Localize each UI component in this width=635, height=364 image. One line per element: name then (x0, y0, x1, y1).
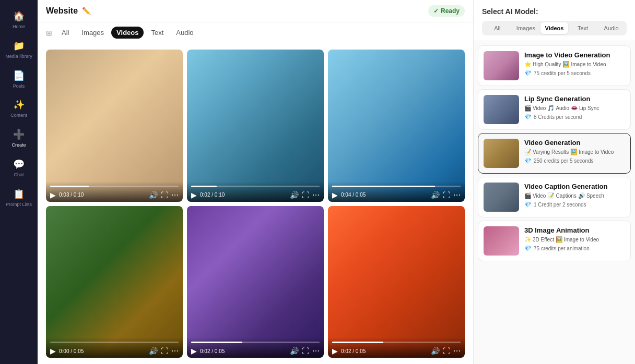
video-card[interactable]: ▶ 0:02 / 0:05 🔊 ⛶ ⋯ (328, 206, 465, 358)
fullscreen-button[interactable]: ⛶ (161, 347, 168, 355)
progress-fill (191, 186, 217, 187)
controls-row: ▶ 0:02 / 0:05 🔊 ⛶ ⋯ (332, 347, 461, 355)
mute-button[interactable]: 🔊 (431, 191, 440, 199)
video-card[interactable]: ▶ 0:02 / 0:10 🔊 ⛶ ⋯ (187, 50, 324, 202)
progress-bar[interactable] (50, 342, 179, 343)
model-tags: ⭐ High Quality 🖼️ Image to Video (524, 61, 625, 68)
filter-tab-videos[interactable]: Videos (111, 27, 144, 39)
model-list: Image to Video Generation ⭐ High Quality… (474, 41, 635, 364)
sidebar-item-create[interactable]: ➕ Create (2, 125, 36, 152)
mute-button[interactable]: 🔊 (290, 191, 299, 199)
tag-icon: 👄 (571, 105, 578, 112)
play-button[interactable]: ▶ (332, 191, 338, 199)
sidebar: 🏠 Home 📁 Media library 📄 Posts ✨ Content… (0, 0, 38, 364)
play-button[interactable]: ▶ (191, 191, 197, 199)
sidebar-item-content[interactable]: ✨ Content (2, 95, 36, 123)
controls-left: ▶ 0:02 / 0:05 (191, 347, 225, 355)
controls-right: 🔊 ⛶ ⋯ (290, 347, 320, 355)
mute-button[interactable]: 🔊 (290, 347, 299, 355)
chat-icon: 💬 (13, 159, 25, 170)
progress-bar[interactable] (50, 186, 179, 187)
filter-tab-images[interactable]: Images (76, 27, 109, 39)
model-card-3d-animation[interactable]: 3D Image Animation ✨ 3D Effect 🖼️ Image … (478, 221, 631, 261)
tag-icon: 📝 (524, 149, 532, 155)
more-button[interactable]: ⋯ (312, 191, 320, 199)
credits-label: 1 Credit per 2 seconds (534, 202, 586, 208)
model-thumbnail (484, 139, 519, 168)
sidebar-label-create: Create (11, 142, 26, 148)
progress-fill (332, 186, 435, 187)
credits-label: 75 credits per 5 seconds (534, 70, 591, 76)
controls-left: ▶ 0:03 / 0:10 (50, 191, 84, 199)
model-name: Video Caption Generation (524, 183, 625, 190)
video-card[interactable]: ▶ 0:04 / 0:05 🔊 ⛶ ⋯ (328, 50, 465, 202)
edit-icon[interactable]: ✏️ (82, 7, 91, 15)
sidebar-item-chat[interactable]: 💬 Chat (2, 154, 36, 182)
model-tag: 🎬 Video (524, 192, 546, 199)
credits-icon: 💎 (524, 245, 532, 252)
filter-tab-all[interactable]: All (56, 27, 74, 39)
progress-bar[interactable] (191, 342, 320, 343)
media-library-icon: 📁 (13, 40, 25, 52)
model-tab-all[interactable]: All (484, 22, 511, 34)
model-tab-videos[interactable]: Videos (540, 22, 568, 34)
tag-icon: 🎬 (524, 105, 532, 112)
play-button[interactable]: ▶ (332, 347, 338, 355)
model-card-lip-sync[interactable]: Lip Sync Generation 🎬 Video 🎵 Audio 👄 Li… (478, 89, 631, 130)
fullscreen-button[interactable]: ⛶ (443, 191, 450, 199)
video-card[interactable]: ▶ 0:00 / 0:05 🔊 ⛶ ⋯ (46, 206, 183, 358)
more-button[interactable]: ⋯ (171, 191, 179, 199)
controls-right: 🔊 ⛶ ⋯ (431, 347, 461, 355)
sidebar-item-home[interactable]: 🏠 Home (2, 6, 36, 34)
fullscreen-button[interactable]: ⛶ (161, 191, 168, 199)
model-tab-audio[interactable]: Audio (597, 22, 625, 34)
header: Website ✏️ ✓ Ready (38, 0, 473, 22)
progress-bar[interactable] (332, 342, 461, 343)
model-tag: ✨ 3D Effect (524, 236, 554, 243)
video-card[interactable]: ▶ 0:02 / 0:05 🔊 ⛶ ⋯ (187, 206, 324, 358)
tag-icon: 🎵 (547, 105, 555, 112)
sidebar-item-prompt-lists[interactable]: 📋 Prompt Lists (2, 184, 36, 212)
tag-label: Image to Video (564, 237, 599, 242)
play-button[interactable]: ▶ (191, 347, 197, 355)
model-tab-images[interactable]: Images (512, 22, 540, 34)
filter-tab-audio[interactable]: Audio (171, 27, 198, 39)
model-credits: 💎 1 Credit per 2 seconds (524, 201, 625, 208)
model-tag: 🎬 Video (524, 105, 546, 112)
filter-tab-text[interactable]: Text (146, 27, 169, 39)
credits-label: 250 credits per 5 seconds (534, 158, 594, 164)
more-button[interactable]: ⋯ (312, 347, 320, 355)
time-label: 0:02 / 0:05 (200, 348, 225, 354)
mute-button[interactable]: 🔊 (149, 191, 158, 199)
ready-label: Ready (441, 7, 460, 15)
main-content: Website ✏️ ✓ Ready ⊞ AllImagesVideosText… (38, 0, 473, 364)
fullscreen-button[interactable]: ⛶ (302, 191, 309, 199)
fullscreen-button[interactable]: ⛶ (302, 347, 309, 355)
progress-bar[interactable] (191, 186, 320, 187)
model-thumbnail (484, 51, 519, 80)
model-card-video-caption[interactable]: Video Caption Generation 🎬 Video 📝 Capti… (478, 177, 631, 217)
video-controls: ▶ 0:02 / 0:10 🔊 ⛶ ⋯ (187, 181, 324, 202)
play-button[interactable]: ▶ (50, 347, 56, 355)
model-card-image-to-video[interactable]: Image to Video Generation ⭐ High Quality… (478, 45, 631, 86)
more-button[interactable]: ⋯ (171, 347, 179, 355)
play-button[interactable]: ▶ (50, 191, 56, 199)
tag-icon: ✨ (524, 236, 532, 243)
sidebar-item-media-library[interactable]: 📁 Media library (2, 36, 36, 64)
credits-icon: 💎 (524, 70, 532, 77)
model-card-video-generation[interactable]: Video Generation 📝 Varying Results 🖼️ Im… (478, 133, 631, 174)
tag-label: Image to Video (579, 149, 614, 155)
more-button[interactable]: ⋯ (453, 191, 461, 199)
model-tab-text[interactable]: Text (569, 22, 597, 34)
video-controls: ▶ 0:04 / 0:05 🔊 ⛶ ⋯ (328, 181, 465, 202)
mute-button[interactable]: 🔊 (431, 347, 440, 355)
controls-left: ▶ 0:02 / 0:05 (332, 347, 366, 355)
mute-button[interactable]: 🔊 (149, 347, 158, 355)
model-tag: 📝 Captions (547, 192, 576, 199)
fullscreen-button[interactable]: ⛶ (443, 347, 450, 355)
progress-bar[interactable] (332, 186, 461, 187)
video-card[interactable]: ▶ 0:03 / 0:10 🔊 ⛶ ⋯ (46, 50, 183, 202)
video-controls: ▶ 0:02 / 0:05 🔊 ⛶ ⋯ (187, 337, 324, 358)
more-button[interactable]: ⋯ (453, 347, 461, 355)
sidebar-item-posts[interactable]: 📄 Posts (2, 66, 36, 93)
